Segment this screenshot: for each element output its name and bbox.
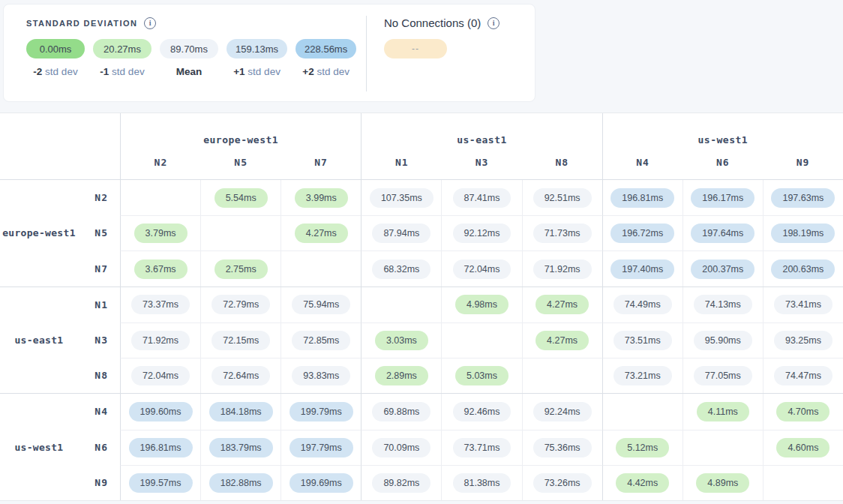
latency-pill[interactable]: 3.03ms	[375, 331, 428, 350]
latency-pill[interactable]: 72.64ms	[212, 366, 270, 386]
latency-pill[interactable]: 5.03ms	[455, 366, 508, 386]
legend-item-label: -2 std dev	[33, 66, 77, 77]
latency-pill[interactable]: 197.40ms	[610, 260, 674, 279]
latency-pill[interactable]: 182.88ms	[209, 473, 273, 493]
latency-pill[interactable]: 71.92ms	[533, 260, 592, 279]
latency-pill[interactable]: 197.63ms	[771, 188, 835, 208]
latency-pill[interactable]: 4.70ms	[776, 402, 830, 422]
latency-pill[interactable]: 71.73ms	[533, 224, 592, 243]
latency-pill[interactable]: 3.99ms	[295, 188, 348, 208]
latency-cell	[522, 358, 602, 393]
row-node-label: N7	[78, 263, 120, 274]
latency-pill[interactable]: 87.41ms	[453, 188, 512, 208]
latency-pill[interactable]: 92.12ms	[453, 224, 512, 243]
latency-pill[interactable]: 74.13ms	[694, 295, 752, 314]
latency-pill[interactable]: 72.04ms	[131, 366, 190, 386]
latency-pill[interactable]: 75.94ms	[292, 295, 350, 314]
latency-pill[interactable]: 87.94ms	[372, 224, 430, 243]
latency-pill[interactable]: 81.38ms	[453, 473, 512, 493]
latency-pill[interactable]: 5.12ms	[616, 438, 669, 458]
latency-pill[interactable]: 107.35ms	[370, 188, 434, 208]
latency-pill[interactable]: 4.11ms	[697, 402, 749, 422]
latency-pill[interactable]: 69.88ms	[372, 402, 430, 422]
latency-pill[interactable]: 93.83ms	[292, 366, 350, 386]
latency-cell: 72.79ms	[200, 287, 280, 322]
latency-pill[interactable]: 73.51ms	[614, 331, 672, 350]
column-node-label: N9	[763, 157, 843, 168]
latency-pill[interactable]: 77.05ms	[694, 366, 752, 386]
latency-pill[interactable]: 72.85ms	[292, 331, 350, 350]
matrix-row-N1: N173.37ms72.79ms75.94ms4.98ms4.27ms74.49…	[0, 286, 843, 322]
matrix-row-N9: N9199.57ms182.88ms199.69ms89.82ms81.38ms…	[0, 465, 843, 500]
latency-pill[interactable]: 72.15ms	[212, 331, 270, 350]
latency-pill[interactable]: 199.69ms	[290, 473, 353, 493]
info-icon[interactable]: i	[144, 17, 156, 29]
legend-item: 159.13ms+1 std dev	[226, 39, 287, 77]
latency-cell: 73.21ms	[602, 358, 682, 393]
latency-pill[interactable]: 197.64ms	[691, 224, 754, 243]
latency-pill[interactable]: 73.37ms	[131, 295, 190, 314]
latency-pill[interactable]: 92.51ms	[533, 188, 592, 208]
latency-cell	[682, 430, 763, 465]
latency-cell: 196.81ms	[602, 180, 682, 215]
latency-pill[interactable]: 4.42ms	[616, 473, 669, 493]
latency-pill[interactable]: 199.57ms	[129, 473, 193, 493]
matrix-corner-cell	[0, 113, 120, 179]
latency-pill[interactable]: 3.79ms	[134, 224, 188, 243]
latency-pill[interactable]: 3.67ms	[134, 260, 188, 279]
latency-pill[interactable]: 89.82ms	[372, 473, 430, 493]
std-deviation-legend: STANDARD DEVIATION i 0.00ms-2 std dev20.…	[26, 17, 356, 77]
latency-pill[interactable]: 70.09ms	[372, 438, 430, 458]
latency-pill[interactable]: 199.60ms	[129, 402, 193, 422]
latency-pill[interactable]: 4.89ms	[696, 473, 749, 493]
latency-cell: 3.03ms	[361, 322, 441, 358]
latency-pill[interactable]: 72.79ms	[212, 295, 270, 314]
column-region-label: europe-west1	[121, 134, 361, 146]
latency-pill[interactable]: 4.27ms	[536, 295, 589, 314]
latency-pill[interactable]: 95.90ms	[694, 331, 752, 350]
latency-pill[interactable]: 196.81ms	[129, 438, 193, 458]
latency-pill[interactable]: 196.81ms	[610, 188, 674, 208]
latency-cell: 196.81ms	[120, 430, 200, 465]
latency-pill[interactable]: 196.17ms	[691, 188, 754, 208]
latency-pill[interactable]: 199.79ms	[290, 402, 353, 422]
latency-pill[interactable]: 4.27ms	[295, 224, 348, 243]
latency-pill[interactable]: 71.92ms	[131, 331, 190, 350]
latency-pill[interactable]: 184.18ms	[209, 402, 273, 422]
latency-pill[interactable]: 68.32ms	[372, 260, 430, 279]
latency-pill[interactable]: 2.75ms	[214, 260, 268, 279]
latency-pill[interactable]: 73.21ms	[614, 366, 672, 386]
latency-pill[interactable]: 5.54ms	[214, 188, 268, 208]
latency-pill[interactable]: 73.41ms	[774, 295, 832, 314]
latency-pill[interactable]: 196.72ms	[610, 224, 674, 243]
latency-cell: 74.13ms	[682, 287, 763, 322]
latency-cell: 197.64ms	[682, 215, 763, 250]
latency-pill[interactable]: 75.36ms	[533, 438, 592, 458]
row-region-label: europe-west1	[0, 227, 78, 238]
latency-pill[interactable]: 73.26ms	[533, 473, 592, 493]
latency-pill[interactable]: 73.71ms	[453, 438, 512, 458]
latency-pill[interactable]: 183.79ms	[209, 438, 273, 458]
latency-pill[interactable]: 197.79ms	[290, 438, 353, 458]
latency-pill[interactable]: 93.25ms	[774, 331, 832, 350]
latency-pill[interactable]: 200.37ms	[691, 260, 754, 279]
column-node-row: N2N5N7	[121, 157, 361, 168]
latency-pill[interactable]: 200.63ms	[771, 260, 835, 279]
legend-value-pill: 228.56ms	[296, 39, 356, 58]
latency-pill[interactable]: 74.47ms	[774, 366, 832, 386]
latency-cell: 72.85ms	[280, 322, 361, 358]
latency-pill[interactable]: 4.27ms	[536, 331, 589, 350]
latency-pill[interactable]: 4.98ms	[455, 295, 508, 314]
latency-cell: 197.40ms	[602, 250, 682, 286]
latency-cell: 4.70ms	[763, 394, 843, 429]
latency-pill[interactable]: 72.04ms	[453, 260, 512, 279]
latency-pill[interactable]: 198.19ms	[771, 224, 835, 243]
latency-cell: 87.94ms	[361, 215, 441, 250]
latency-pill[interactable]: 4.60ms	[776, 438, 830, 458]
latency-pill[interactable]: 2.89ms	[375, 366, 428, 386]
latency-pill[interactable]: 92.24ms	[533, 402, 592, 422]
latency-pill[interactable]: 74.49ms	[614, 295, 672, 314]
latency-cell: 77.05ms	[682, 358, 763, 393]
latency-pill[interactable]: 92.46ms	[453, 402, 512, 422]
info-icon[interactable]: i	[488, 17, 500, 29]
